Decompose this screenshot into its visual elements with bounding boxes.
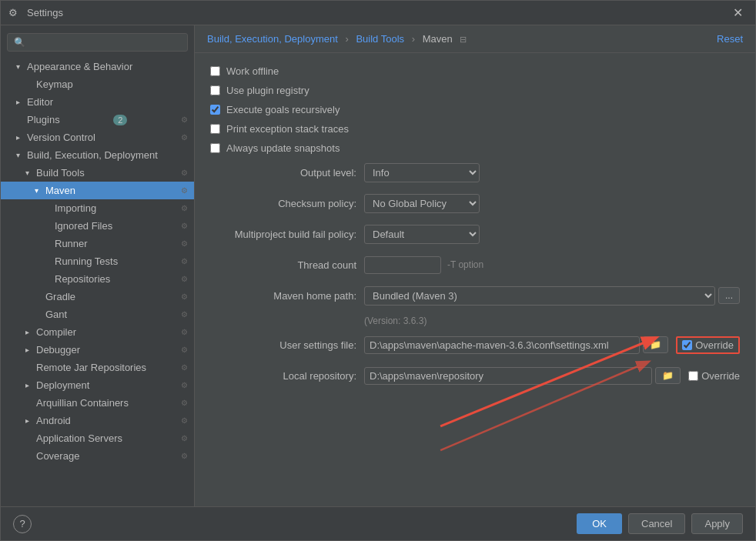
settings-icon-repositories: ⚙ xyxy=(181,275,188,283)
sidebar-item-arquillian[interactable]: Arquillian Containers⚙ xyxy=(1,394,194,412)
version-label-spacer xyxy=(210,316,364,326)
checkbox-label-plugin-registry[interactable]: Use plugin registry xyxy=(226,85,309,96)
arrow-icon-editor: ▸ xyxy=(16,98,24,106)
maven-home-select[interactable]: Bundled (Maven 3) Use Maven wrapper Cust… xyxy=(364,286,715,306)
sidebar-item-running-tests[interactable]: Running Tests⚙ xyxy=(1,252,194,270)
thread-count-row: Thread count -T option xyxy=(210,254,740,276)
breadcrumb-build-tools[interactable]: Build Tools xyxy=(356,33,404,45)
user-settings-label: User settings file: xyxy=(210,339,364,351)
sidebar-items-container: ▾Appearance & BehaviorKeymap▸EditorPlugi… xyxy=(1,58,194,465)
search-input[interactable] xyxy=(7,33,188,52)
sidebar-item-gant[interactable]: Gant⚙ xyxy=(1,306,194,323)
arrow-icon-maven: ▾ xyxy=(35,186,42,195)
thread-count-label: Thread count xyxy=(210,259,364,271)
checkbox-label-always-update[interactable]: Always update snapshots xyxy=(226,142,340,154)
checkbox-row-execute-goals: Execute goals recursively xyxy=(210,104,740,115)
sidebar-item-gradle[interactable]: Gradle⚙ xyxy=(1,288,194,306)
checksum-policy-label: Checksum policy: xyxy=(210,198,364,209)
sidebar-item-remote-jar[interactable]: Remote Jar Repositories⚙ xyxy=(1,359,194,376)
local-repo-override-label[interactable]: Override xyxy=(701,370,740,382)
settings-icon-app-servers: ⚙ xyxy=(181,434,188,442)
breadcrumb-build[interactable]: Build, Execution, Deployment xyxy=(207,33,338,45)
output-level-row: Output level: Info Debug Warning Error xyxy=(210,162,740,183)
breadcrumb-sep-2: › xyxy=(412,33,415,45)
local-repo-input[interactable] xyxy=(364,367,652,385)
sidebar-item-appearance[interactable]: ▾Appearance & Behavior xyxy=(1,58,194,75)
sidebar-label-build-exec: Build, Execution, Deployment xyxy=(27,149,158,161)
sidebar-item-build-tools[interactable]: ▾Build Tools⚙ xyxy=(1,164,194,182)
checkbox-work-offline[interactable] xyxy=(210,66,220,76)
sidebar-label-android: Android xyxy=(36,415,71,426)
breadcrumb: Build, Execution, Deployment › Build Too… xyxy=(207,33,467,45)
sidebar-item-deployment[interactable]: ▸Deployment⚙ xyxy=(1,376,194,394)
close-button[interactable]: ✕ xyxy=(728,4,748,22)
sidebar-item-build-exec[interactable]: ▾Build, Execution, Deployment xyxy=(1,146,194,164)
breadcrumb-sep-1: › xyxy=(345,33,348,45)
help-button[interactable]: ? xyxy=(13,515,32,533)
settings-window: ⚙ Settings ✕ ▾Appearance & BehaviorKeyma… xyxy=(0,0,756,541)
user-settings-browse-btn[interactable]: 📁 xyxy=(643,336,668,353)
sidebar-label-repositories: Repositories xyxy=(55,273,110,285)
checkbox-plugin-registry[interactable] xyxy=(210,85,220,95)
checkbox-label-work-offline[interactable]: Work offline xyxy=(226,65,279,77)
sidebar-item-runner[interactable]: Runner⚙ xyxy=(1,235,194,252)
sidebar-label-coverage: Coverage xyxy=(36,450,79,462)
settings-icon-debugger: ⚙ xyxy=(181,346,188,354)
sidebar-item-version-control[interactable]: ▸Version Control⚙ xyxy=(1,129,194,146)
sidebar-label-arquillian: Arquillian Containers xyxy=(36,397,129,409)
checkbox-label-execute-goals[interactable]: Execute goals recursively xyxy=(226,104,340,115)
maven-home-controls: Bundled (Maven 3) Use Maven wrapper Cust… xyxy=(364,286,740,306)
sidebar-item-ignored-files[interactable]: Ignored Files⚙ xyxy=(1,217,194,235)
sidebar-item-compiler[interactable]: ▸Compiler⚙ xyxy=(1,323,194,341)
sidebar-label-debugger: Debugger xyxy=(36,344,80,356)
multiproject-policy-select[interactable]: Default Never Always AtEnd xyxy=(364,225,480,244)
output-level-select[interactable]: Info Debug Warning Error xyxy=(364,163,480,182)
settings-body: Work offlineUse plugin registryExecute g… xyxy=(195,53,755,506)
checkbox-always-update[interactable] xyxy=(210,143,220,153)
thread-count-input[interactable] xyxy=(364,256,441,274)
sidebar-label-runner: Runner xyxy=(55,238,88,249)
settings-icon-plugins: ⚙ xyxy=(181,115,188,124)
apply-button[interactable]: Apply xyxy=(691,513,743,534)
checkbox-label-print-exceptions[interactable]: Print exception stack traces xyxy=(226,123,349,135)
checkbox-row-print-exceptions: Print exception stack traces xyxy=(210,123,740,135)
checkbox-execute-goals[interactable] xyxy=(210,105,220,115)
reset-button[interactable]: Reset xyxy=(717,33,743,45)
sidebar-item-debugger[interactable]: ▸Debugger⚙ xyxy=(1,341,194,359)
sidebar-label-maven: Maven xyxy=(45,185,75,196)
window-title: Settings xyxy=(27,7,728,18)
local-repo-browse-btn[interactable]: 📁 xyxy=(655,367,681,384)
local-repo-file-row: 📁 Override xyxy=(364,367,740,385)
maven-home-browse-btn[interactable]: ... xyxy=(718,287,740,304)
sidebar-item-plugins[interactable]: Plugins2⚙ xyxy=(1,111,194,129)
sidebar-item-keymap[interactable]: Keymap xyxy=(1,75,194,93)
sidebar-item-coverage[interactable]: Coverage⚙ xyxy=(1,447,194,465)
t-option-label: -T option xyxy=(447,259,483,270)
sidebar-item-editor[interactable]: ▸Editor xyxy=(1,93,194,111)
sidebar-item-app-servers[interactable]: Application Servers⚙ xyxy=(1,429,194,447)
settings-icon-gradle: ⚙ xyxy=(181,292,188,301)
cancel-button[interactable]: Cancel xyxy=(628,513,685,534)
sidebar-label-editor: Editor xyxy=(27,96,53,108)
local-repo-override-checkbox[interactable] xyxy=(688,371,698,381)
sidebar-item-maven[interactable]: ▾Maven⚙ xyxy=(1,182,194,199)
bottom-right-buttons: OK Cancel Apply xyxy=(577,513,743,534)
user-settings-input[interactable] xyxy=(364,336,640,354)
arrow-icon-version-control: ▸ xyxy=(16,133,24,142)
arrow-icon-debugger: ▸ xyxy=(25,346,33,354)
user-settings-override-label[interactable]: Override xyxy=(695,339,734,351)
user-settings-override-checkbox[interactable] xyxy=(682,340,692,350)
sidebar-item-repositories[interactable]: Repositories⚙ xyxy=(1,270,194,288)
checkbox-print-exceptions[interactable] xyxy=(210,124,220,134)
settings-icon-gant: ⚙ xyxy=(181,310,188,319)
maven-home-label: Maven home path: xyxy=(210,290,364,302)
breadcrumb-maven: Maven xyxy=(423,33,453,45)
sidebar-item-importing[interactable]: Importing⚙ xyxy=(1,199,194,217)
checksum-policy-select[interactable]: No Global Policy Fail Warn Ignore xyxy=(364,194,480,213)
settings-icon-version-control: ⚙ xyxy=(181,133,188,142)
settings-icon-ignored-files: ⚙ xyxy=(181,222,188,230)
sidebar-item-android[interactable]: ▸Android⚙ xyxy=(1,412,194,429)
window-icon: ⚙ xyxy=(8,7,21,19)
ok-button[interactable]: OK xyxy=(577,513,622,534)
sidebar-label-importing: Importing xyxy=(55,202,96,214)
